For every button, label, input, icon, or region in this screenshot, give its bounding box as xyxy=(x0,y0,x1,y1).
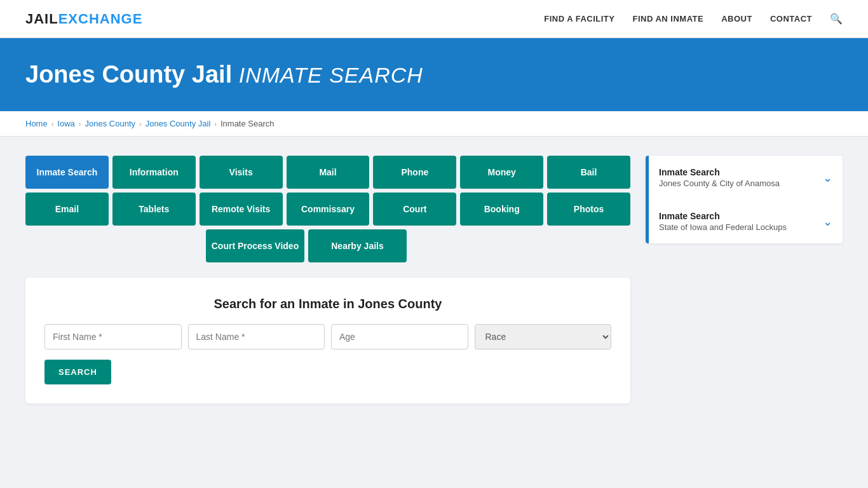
breadcrumb-sep-3: › xyxy=(139,120,142,128)
tab-money[interactable]: Money xyxy=(460,156,543,189)
tab-row-1: Inmate Search Information Visits Mail Ph… xyxy=(25,156,630,189)
page-title-bold: Jones County Jail xyxy=(25,61,232,88)
breadcrumb-home[interactable]: Home xyxy=(25,119,48,128)
breadcrumb-current: Inmate Search xyxy=(220,119,275,128)
page-title: Jones County Jail INMATE SEARCH xyxy=(25,61,843,88)
tab-phone[interactable]: Phone xyxy=(373,156,456,189)
sidebar-item-2-label: Inmate Search xyxy=(659,211,787,221)
tab-bail[interactable]: Bail xyxy=(547,156,630,189)
tab-court-process-video[interactable]: Court Process Video xyxy=(206,229,304,262)
search-card: Search for an Inmate in Jones County Rac… xyxy=(25,278,630,403)
logo-exchange: EXCHANGE xyxy=(58,11,143,27)
sidebar-item-2-left: Inmate Search State of Iowa and Federal … xyxy=(659,211,787,232)
main-content: Inmate Search Information Visits Mail Ph… xyxy=(0,137,868,423)
left-column: Inmate Search Information Visits Mail Ph… xyxy=(25,156,630,403)
breadcrumb-bar: Home › Iowa › Jones County › Jones Count… xyxy=(0,111,868,137)
main-nav: FIND A FACILITY FIND AN INMATE ABOUT CON… xyxy=(544,13,843,25)
nav-find-inmate[interactable]: FIND AN INMATE xyxy=(632,14,703,24)
tab-visits[interactable]: Visits xyxy=(200,156,283,189)
tab-row-2: Email Tablets Remote Visits Commissary C… xyxy=(25,193,630,226)
breadcrumb-iowa[interactable]: Iowa xyxy=(57,119,74,128)
nav-about[interactable]: ABOUT xyxy=(721,14,752,24)
site-header: JAILEXCHANGE FIND A FACILITY FIND AN INM… xyxy=(0,0,868,38)
sidebar-item-1-left: Inmate Search Jones County & City of Ana… xyxy=(659,167,780,188)
chevron-down-icon-1: ⌄ xyxy=(823,171,832,185)
tab-inmate-search[interactable]: Inmate Search xyxy=(25,156,109,189)
nav-contact[interactable]: CONTACT xyxy=(770,14,812,24)
sidebar-item-2-sub: State of Iowa and Federal Lockups xyxy=(659,222,787,232)
sidebar-item-1-label: Inmate Search xyxy=(659,167,780,177)
breadcrumb-jones-county-jail[interactable]: Jones County Jail xyxy=(146,119,211,128)
tab-booking[interactable]: Booking xyxy=(460,193,543,226)
breadcrumb: Home › Iowa › Jones County › Jones Count… xyxy=(25,119,843,128)
sidebar-card: Inmate Search Jones County & City of Ana… xyxy=(646,156,843,243)
sidebar-item-1[interactable]: Inmate Search Jones County & City of Ana… xyxy=(649,156,843,200)
sidebar-item-1-sub: Jones County & City of Anamosa xyxy=(659,179,780,188)
tab-row-3: Court Process Video Nearby Jails xyxy=(25,229,630,262)
search-icon[interactable]: 🔍 xyxy=(830,13,843,25)
sidebar-row-2: Inmate Search State of Iowa and Federal … xyxy=(646,200,843,243)
breadcrumb-sep-4: › xyxy=(214,120,217,128)
tab-remote-visits[interactable]: Remote Visits xyxy=(200,193,283,226)
tab-commissary[interactable]: Commissary xyxy=(287,193,370,226)
page-title-italic: INMATE SEARCH xyxy=(239,63,423,87)
tab-photos[interactable]: Photos xyxy=(547,193,630,226)
tab-court[interactable]: Court xyxy=(373,193,456,226)
logo-jail: JAIL xyxy=(25,11,58,27)
sidebar-row-1: Inmate Search Jones County & City of Ana… xyxy=(646,156,843,200)
search-fields: Race White Black Hispanic Asian Other xyxy=(44,324,611,349)
tab-email[interactable]: Email xyxy=(25,193,109,226)
breadcrumb-jones-county[interactable]: Jones County xyxy=(85,119,136,128)
tab-nearby-jails[interactable]: Nearby Jails xyxy=(308,229,407,262)
chevron-down-icon-2: ⌄ xyxy=(823,215,832,229)
last-name-input[interactable] xyxy=(188,324,325,349)
tab-mail[interactable]: Mail xyxy=(287,156,370,189)
logo[interactable]: JAILEXCHANGE xyxy=(25,11,142,27)
hero-banner: Jones County Jail INMATE SEARCH xyxy=(0,38,868,111)
breadcrumb-sep-2: › xyxy=(79,120,81,128)
nav-find-facility[interactable]: FIND A FACILITY xyxy=(544,14,614,24)
sidebar-item-2[interactable]: Inmate Search State of Iowa and Federal … xyxy=(649,200,843,243)
search-button[interactable]: SEARCH xyxy=(44,360,111,384)
age-input[interactable] xyxy=(331,324,468,349)
search-form-title: Search for an Inmate in Jones County xyxy=(44,297,611,311)
first-name-input[interactable] xyxy=(44,324,182,349)
tab-tablets[interactable]: Tablets xyxy=(112,193,196,226)
right-column: Inmate Search Jones County & City of Ana… xyxy=(646,156,843,243)
tab-information[interactable]: Information xyxy=(112,156,196,189)
breadcrumb-sep-1: › xyxy=(51,120,54,128)
race-select[interactable]: Race White Black Hispanic Asian Other xyxy=(475,324,612,349)
